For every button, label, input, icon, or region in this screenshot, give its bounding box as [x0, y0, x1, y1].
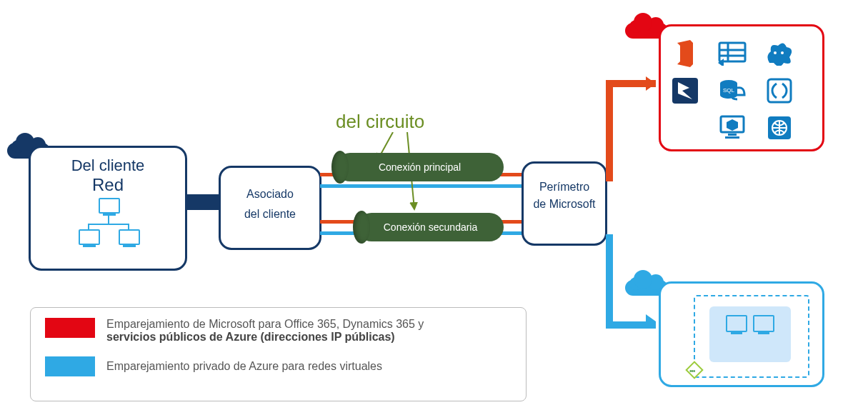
vnet-gateway-dots-icon: •••	[689, 367, 695, 375]
partner-line1: Asociado	[221, 188, 319, 201]
secondary-connection-pipe: Conexión secundaria	[357, 213, 504, 241]
ms-peering-elbow	[606, 80, 656, 181]
svg-point-8	[781, 51, 784, 54]
ms-edge-line2: de Microsoft	[524, 198, 605, 211]
private-peering-arrowhead-icon	[646, 314, 656, 329]
legend-red-line2: servicios públicos de Azure (direcciones…	[106, 331, 424, 344]
azure-vm-icon	[717, 114, 748, 142]
svg-point-7	[774, 51, 777, 54]
vm-icon	[726, 315, 747, 332]
azure-storage-icon	[717, 39, 748, 68]
blank	[669, 114, 701, 142]
dynamics-365-icon	[669, 76, 701, 105]
hdinsight-icon	[764, 39, 795, 68]
azure-functions-icon	[764, 76, 795, 105]
primary-connection-label: Conexión principal	[336, 153, 504, 181]
vnet-panel	[709, 306, 791, 362]
microsoft-services-box: SQL	[659, 24, 824, 151]
legend-blue-swatch	[45, 356, 95, 376]
legend-red-line1: Emparejamiento de Microsoft para Office …	[106, 318, 424, 331]
partner-line2: del cliente	[221, 208, 319, 221]
secondary-connection-label: Conexión secundaria	[357, 213, 504, 241]
azure-sql-icon: SQL	[717, 76, 748, 105]
svg-marker-16	[727, 119, 738, 131]
ms-peering-arrowhead-icon	[646, 76, 656, 91]
partner-box: Asociado del cliente	[219, 166, 321, 250]
svg-rect-14	[728, 134, 737, 136]
customer-title: Del cliente	[31, 156, 185, 175]
customer-subtitle: Red	[31, 175, 185, 195]
microsoft-edge-box: Perímetro de Microsoft	[522, 161, 607, 246]
network-icon	[76, 198, 140, 248]
ms-edge-line1: Perímetro	[524, 181, 605, 194]
svg-rect-2	[719, 43, 745, 61]
svg-rect-15	[725, 136, 739, 139]
vnet-box: •••	[659, 281, 824, 387]
svg-text:SQL: SQL	[723, 87, 735, 94]
svg-rect-9	[672, 78, 698, 104]
circuit-label: del circuito	[336, 111, 424, 133]
legend-blue-text: Emparejamiento privado de Azure para red…	[106, 360, 382, 373]
legend-box: Emparejamiento de Microsoft para Office …	[30, 307, 527, 401]
office-365-icon	[669, 39, 701, 68]
primary-connection-pipe: Conexión principal	[336, 153, 504, 181]
customer-network-box: Del cliente Red	[29, 146, 187, 271]
azure-web-icon	[764, 114, 795, 142]
legend-red-swatch	[45, 318, 95, 338]
vm-icon	[753, 315, 774, 332]
